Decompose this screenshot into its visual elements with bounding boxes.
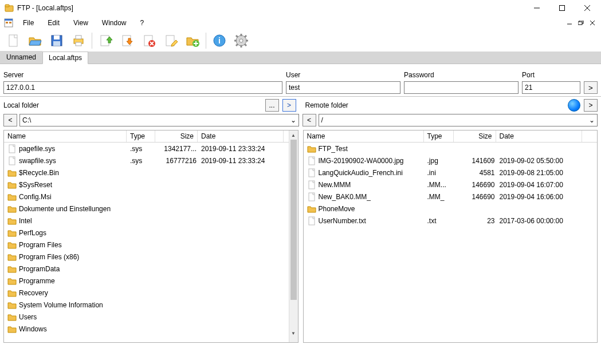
chevron-down-icon: ⌄ (290, 116, 296, 124)
file-date: 2019-09-04 16:07:00 (497, 181, 583, 189)
tab-local-aftps[interactable]: Local.aftps (42, 52, 88, 64)
folder-icon (7, 264, 17, 274)
user-label: User (286, 71, 400, 80)
svg-rect-1 (5, 5, 9, 7)
doc-icon (3, 18, 14, 28)
list-item[interactable]: ProgramData (4, 263, 289, 275)
list-item[interactable]: Users (4, 311, 289, 323)
new-folder-file-button[interactable] (161, 31, 180, 50)
list-item[interactable]: Config.Msi (4, 191, 289, 203)
tab-unnamed[interactable]: Unnamed (0, 51, 42, 64)
list-item[interactable]: pagefile.sys.sys1342177...2019-09-11 23:… (4, 143, 289, 155)
menu-view[interactable]: View (66, 18, 95, 28)
maximize-button[interactable] (549, 0, 575, 16)
password-label: Password (404, 71, 518, 80)
user-input[interactable] (286, 81, 400, 94)
local-up-button[interactable]: < (3, 114, 17, 126)
scroll-thumb[interactable] (290, 140, 297, 300)
list-item[interactable]: Dokumente und Einstellungen (4, 203, 289, 215)
scroll-up-icon[interactable]: ▲ (289, 130, 298, 140)
mdi-minimize-button[interactable] (564, 19, 575, 27)
settings-button[interactable] (231, 31, 251, 50)
list-item[interactable]: Windows (4, 323, 289, 335)
remote-go-button[interactable]: > (584, 99, 598, 112)
local-col-type[interactable]: Type (127, 130, 155, 142)
local-go-button[interactable]: > (282, 99, 296, 112)
file-date: 2019-09-11 23:33:24 (199, 145, 285, 153)
remote-path-select[interactable]: / ⌄ (319, 114, 598, 126)
file-size: 1342177... (156, 145, 199, 153)
svg-rect-48 (309, 181, 315, 189)
remote-col-name[interactable]: Name (304, 130, 424, 142)
local-path-select[interactable]: C:\ ⌄ (19, 114, 299, 126)
remote-col-date[interactable]: Date (496, 130, 582, 142)
password-input[interactable] (404, 81, 518, 94)
list-item[interactable]: UserNumber.txt.txt232017-03-06 00:00:00 (304, 215, 598, 227)
remote-file-list[interactable]: FTP_TestIMG-20190902-WA0000.jpg.jpg14160… (304, 143, 598, 342)
folder-icon (7, 276, 17, 286)
file-size: 141609 (455, 157, 497, 165)
list-item[interactable]: Programme (4, 275, 289, 287)
file-name: UserNumber.txt (319, 217, 366, 225)
delete-file-button[interactable] (139, 31, 159, 50)
download-button[interactable] (117, 31, 137, 50)
file-date: 2019-09-11 23:33:24 (199, 157, 285, 165)
list-item[interactable]: New_BAK0.MM_.MM_1466902019-09-04 16:06:0… (304, 191, 598, 203)
list-item[interactable]: $Recycle.Bin (4, 167, 289, 179)
local-browse-button[interactable]: ... (265, 99, 279, 112)
local-pane: NameTypeSizeDate pagefile.sys.sys1342177… (3, 130, 298, 343)
print-button[interactable] (69, 31, 88, 50)
new-folder-button[interactable] (183, 31, 202, 50)
menu-file[interactable]: File (16, 18, 41, 28)
file-name: Recovery (19, 289, 48, 297)
new-file-button[interactable] (3, 31, 23, 50)
info-button[interactable]: i (210, 31, 229, 50)
list-item[interactable]: IMG-20190902-WA0000.jpg.jpg1416092019-09… (304, 155, 598, 167)
menu-window[interactable]: Window (95, 18, 133, 28)
list-item[interactable]: $SysReset (4, 179, 289, 191)
svg-rect-44 (9, 145, 15, 153)
open-button[interactable] (25, 31, 45, 50)
minimize-button[interactable] (524, 0, 549, 16)
list-item[interactable]: Program Files (4, 239, 289, 251)
upload-button[interactable] (96, 31, 115, 50)
server-input[interactable] (3, 81, 282, 94)
list-item[interactable]: Recovery (4, 287, 289, 299)
remote-col-type[interactable]: Type (424, 130, 454, 142)
list-item[interactable]: FTP_Test (304, 143, 598, 155)
toolbar: i (0, 30, 601, 52)
save-button[interactable] (47, 31, 66, 50)
mdi-close-button[interactable] (587, 19, 598, 27)
list-item[interactable]: PerfLogs (4, 227, 289, 239)
connect-button[interactable]: > (584, 81, 598, 94)
local-col-size[interactable]: Size (155, 130, 198, 142)
menu-help[interactable]: ? (133, 18, 151, 28)
svg-rect-12 (578, 22, 582, 25)
file-name: FTP_Test (319, 145, 348, 153)
app-icon (5, 3, 14, 13)
local-col-date[interactable]: Date (198, 130, 284, 142)
list-item[interactable]: New.MMM.MM...1466902019-09-04 16:07:00 (304, 179, 598, 191)
close-button[interactable] (575, 0, 600, 16)
list-item[interactable]: Intel (4, 215, 289, 227)
menu-edit[interactable]: Edit (41, 18, 66, 28)
list-item[interactable]: swapfile.sys.sys167772162019-09-11 23:33… (4, 155, 289, 167)
port-input[interactable] (522, 81, 580, 94)
mdi-restore-button[interactable] (576, 19, 586, 27)
local-col-name[interactable]: Name (4, 130, 127, 142)
remote-col-size[interactable]: Size (454, 130, 496, 142)
file-size: 16777216 (156, 157, 199, 165)
list-item[interactable]: System Volume Information (4, 299, 289, 311)
list-item[interactable]: PhoneMove (304, 203, 598, 215)
local-file-list[interactable]: pagefile.sys.sys1342177...2019-09-11 23:… (4, 143, 289, 342)
file-date: 2019-09-04 16:06:00 (497, 193, 583, 201)
refresh-globe-icon[interactable] (568, 99, 580, 112)
svg-rect-22 (101, 35, 109, 46)
chevron-down-icon: ⌄ (589, 116, 595, 124)
local-scrollbar[interactable]: ▲ ▼ (289, 130, 298, 342)
scroll-down-icon[interactable]: ▼ (289, 329, 298, 338)
list-item[interactable]: LangQuickAudio_French.ini.ini45812019-09… (304, 167, 598, 179)
connection-panel: Server User Password Port > (0, 68, 601, 97)
list-item[interactable]: Program Files (x86) (4, 251, 289, 263)
remote-up-button[interactable]: < (303, 114, 316, 126)
